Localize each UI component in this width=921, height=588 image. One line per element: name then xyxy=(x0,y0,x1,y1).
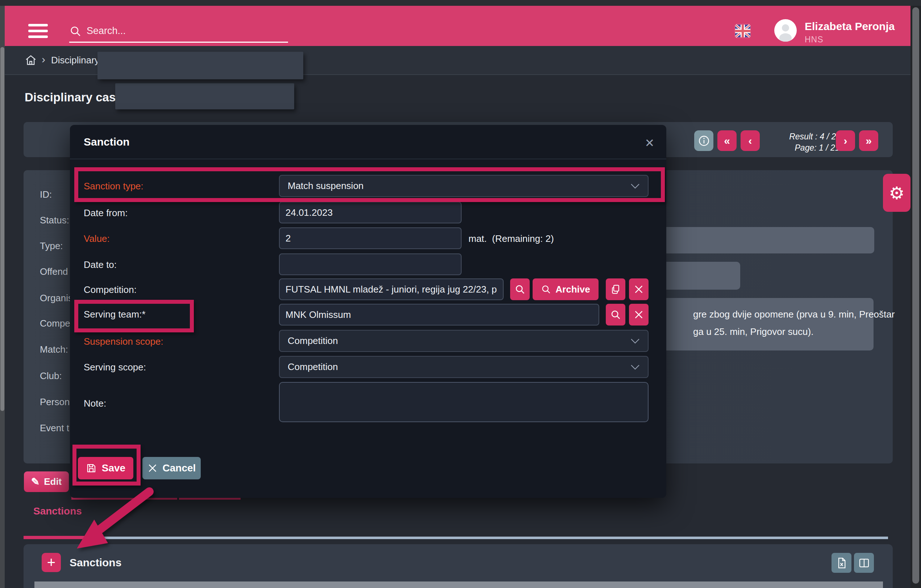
cancel-button-label: Cancel xyxy=(163,462,196,474)
suspension-scope-label: Suspension scope: xyxy=(84,336,163,347)
competition-input[interactable] xyxy=(279,278,504,300)
close-icon[interactable]: ✕ xyxy=(643,136,657,150)
first-page-icon: « xyxy=(724,135,730,146)
file-x-icon xyxy=(836,557,848,569)
search-input[interactable] xyxy=(86,25,275,37)
suspension-scope-value: Competition xyxy=(288,335,338,346)
previous-page-button[interactable]: ‹ xyxy=(740,130,760,151)
modal-title: Sanction xyxy=(84,136,130,148)
close-icon xyxy=(148,463,158,473)
date-from-input[interactable] xyxy=(279,202,462,223)
value-label: Value: xyxy=(84,233,110,244)
settings-gear-button[interactable]: ⚙ xyxy=(883,174,911,212)
chevron-down-icon xyxy=(630,338,640,344)
gear-icon: ⚙ xyxy=(889,183,904,203)
serving-scope-label: Serving scope: xyxy=(84,362,146,373)
user-organization: HNS xyxy=(805,35,823,44)
date-from-label: Date from: xyxy=(84,208,127,219)
edit-button-label: Edit xyxy=(44,476,62,487)
sanction-type-select[interactable]: Match suspension xyxy=(279,175,649,197)
search-bar xyxy=(69,20,288,43)
note-label: Note: xyxy=(84,398,106,409)
modal-header-divider xyxy=(70,159,666,159)
next-page-icon: › xyxy=(844,135,848,146)
add-sanction-button[interactable]: + xyxy=(42,553,61,572)
serving-team-input[interactable] xyxy=(279,304,599,325)
info-button[interactable] xyxy=(694,130,713,151)
breadcrumb-separator: › xyxy=(42,53,45,65)
sanction-type-value: Match suspension xyxy=(288,180,364,192)
value-remaining: (Remaining: 2) xyxy=(492,233,554,244)
language-flag-icon[interactable] xyxy=(735,24,750,37)
tab-sanctions[interactable]: Sanctions xyxy=(33,505,82,517)
case-description-line2: ga u 25. min, Prigovor sucu). xyxy=(693,326,814,338)
search-icon xyxy=(514,284,526,295)
plus-icon: + xyxy=(47,554,55,571)
close-icon xyxy=(634,310,644,320)
cancel-button[interactable]: Cancel xyxy=(142,457,201,479)
tab-bar-line xyxy=(86,537,888,539)
competition-copy-button[interactable] xyxy=(606,278,625,300)
pencil-icon: ✎ xyxy=(31,476,39,488)
chevron-down-icon xyxy=(630,183,640,189)
right-scrollbar-thumb[interactable] xyxy=(912,7,919,584)
sanctions-section-title: Sanctions xyxy=(70,557,121,569)
save-button[interactable]: Save xyxy=(78,457,133,479)
sanction-modal: Sanction ✕ Sanction type: Match suspensi… xyxy=(70,125,666,498)
hamburger-menu-icon[interactable] xyxy=(28,24,48,39)
serving-team-clear-button[interactable] xyxy=(629,304,649,325)
edit-button[interactable]: ✎ Edit xyxy=(24,471,69,492)
suspension-scope-select[interactable]: Competition xyxy=(279,330,649,352)
serving-team-label: Serving team:* xyxy=(84,309,146,320)
case-field-label: Event t xyxy=(40,422,69,434)
case-field-label: Club: xyxy=(40,370,62,382)
save-button-label: Save xyxy=(102,462,125,474)
sanctions-section-card: + Sanctions xyxy=(24,544,893,588)
case-field-label: Offend xyxy=(40,266,68,277)
case-field-label: Match: xyxy=(40,344,68,355)
date-to-label: Date to: xyxy=(84,259,117,270)
competition-label: Competition: xyxy=(84,284,137,296)
note-textarea[interactable] xyxy=(279,382,649,422)
export-excel-button[interactable] xyxy=(832,553,851,573)
serving-scope-value: Competition xyxy=(288,361,338,373)
table-header-bar xyxy=(34,582,883,588)
previous-page-icon: ‹ xyxy=(749,135,752,146)
save-icon xyxy=(86,463,97,474)
columns-button[interactable] xyxy=(854,553,874,573)
last-page-button[interactable]: » xyxy=(859,130,878,151)
date-to-input[interactable] xyxy=(279,253,462,275)
close-icon xyxy=(634,284,644,294)
competition-search-button[interactable] xyxy=(510,278,530,300)
competition-archive-button[interactable]: Archive xyxy=(533,278,599,300)
window-top-strip xyxy=(0,0,921,6)
serving-scope-select[interactable]: Competition xyxy=(279,356,649,378)
case-field-label: ID: xyxy=(40,189,52,200)
user-avatar[interactable] xyxy=(774,19,797,42)
first-page-button[interactable]: « xyxy=(718,130,737,151)
competition-clear-button[interactable] xyxy=(629,278,649,300)
breadcrumb-item-disciplinary[interactable]: Disciplinary xyxy=(51,55,99,66)
case-field-label: Compe xyxy=(40,318,70,329)
value-suffix: mat. (Remaining: 2) xyxy=(469,233,554,244)
last-page-icon: » xyxy=(866,135,872,146)
case-description-line1: gre zbog dvije opomene (prva u 9. min, P… xyxy=(693,309,895,320)
search-icon xyxy=(541,284,551,294)
left-scrollbar-thumb[interactable] xyxy=(0,47,4,411)
sanction-type-label: Sanction type: xyxy=(84,181,143,192)
home-icon[interactable] xyxy=(24,54,37,66)
search-icon xyxy=(69,25,81,37)
chevron-down-icon xyxy=(630,364,640,370)
next-page-button[interactable]: › xyxy=(836,130,855,151)
serving-team-search-button[interactable] xyxy=(606,304,625,325)
tab-active-indicator xyxy=(24,536,86,539)
value-unit: mat. xyxy=(469,233,487,244)
user-name[interactable]: Elizabeta Peronja xyxy=(805,20,895,32)
case-field-label: Person xyxy=(40,396,70,408)
redacted-case-number xyxy=(115,83,294,109)
copy-icon xyxy=(610,284,621,295)
value-input[interactable] xyxy=(279,227,462,249)
app-window: Elizabeta Peronja HNS › Disciplinary › D… xyxy=(0,0,921,588)
search-icon xyxy=(610,309,621,320)
columns-icon xyxy=(858,557,870,569)
